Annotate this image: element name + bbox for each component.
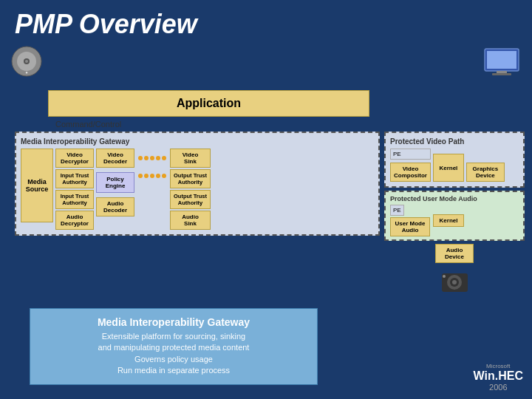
input-trust-authority-box2: Input Trust Authority <box>55 190 94 209</box>
video-sink-box: Video Sink <box>170 149 211 168</box>
video-dots-arrow <box>138 154 166 160</box>
user-mode-audio-box: User Mode Audio <box>390 217 430 236</box>
svg-point-3 <box>25 60 28 63</box>
microsoft-label: Microsoft <box>474 363 523 369</box>
audio-device-box: Audio Device <box>435 244 474 263</box>
svg-point-13 <box>443 275 446 278</box>
cd-icon: ● <box>11 46 42 77</box>
graphics-device-box: Graphics Device <box>466 163 505 182</box>
policy-engine-box: Policy Engine <box>96 172 134 193</box>
winhec-logo: Microsoft Win.HEC 2006 <box>474 363 523 392</box>
video-compositor-box: Video Compositor <box>390 163 431 182</box>
mig-desc-title: Media Interoperability Gateway <box>41 316 307 328</box>
winhec-brand-label: Win.HEC <box>474 369 523 383</box>
audio-dots-arrow <box>138 172 166 178</box>
pvp-title-label: Protected Video Path <box>390 137 519 146</box>
pe-label2-box: PE <box>390 205 404 216</box>
svg-rect-7 <box>497 71 507 73</box>
mig-box: Media Interoperability Gateway Media Sou… <box>15 132 380 236</box>
svg-rect-8 <box>492 73 511 75</box>
winhec-year-label: 2006 <box>474 383 523 392</box>
page-title: PMP Overview <box>0 0 532 44</box>
video-decryptor-box: Video Decryptor <box>55 149 94 168</box>
mig-title-label: Media Interoperability Gateway <box>21 137 374 146</box>
mig-desc-body: Extensible platform for sourcing, sinkin… <box>41 331 307 377</box>
kernel-box: Kernel <box>433 154 464 182</box>
puma-title-label: Protected User Mode Audio <box>390 195 519 202</box>
audio-sink-box: Audio Sink <box>170 211 211 230</box>
application-box: Application <box>48 90 369 117</box>
audio-decoder-box: Audio Decoder <box>96 197 134 216</box>
svg-point-12 <box>452 280 457 284</box>
media-source-label: Media Source <box>26 178 49 193</box>
video-decoder-box: Video Decoder <box>96 149 134 168</box>
audio-decryptor-box: Audio Decryptor <box>55 211 94 230</box>
speaker-icon <box>384 266 525 302</box>
pvp-box: Protected Video Path PE Video Compositor… <box>384 132 525 188</box>
cmd-control-label: Command/Control <box>55 120 525 129</box>
pe-label-box: PE <box>390 149 431 160</box>
svg-text:●: ● <box>25 70 28 75</box>
mig-desc-box: Media Interoperability Gateway Extensibl… <box>30 308 318 385</box>
output-trust-authority-box2: Output Trust Authority <box>170 190 211 209</box>
application-label: Application <box>177 97 241 109</box>
media-source-box: Media Source <box>21 149 53 222</box>
input-trust-authority-box1: Input Trust Authority <box>55 169 94 188</box>
puma-box: Protected User Mode Audio PE User Mode A… <box>384 191 525 241</box>
output-trust-authority-box1: Output Trust Authority <box>170 169 211 188</box>
svg-rect-6 <box>487 51 516 69</box>
monitor-icon <box>483 47 519 77</box>
kernel2-box: Kernel <box>433 214 464 227</box>
